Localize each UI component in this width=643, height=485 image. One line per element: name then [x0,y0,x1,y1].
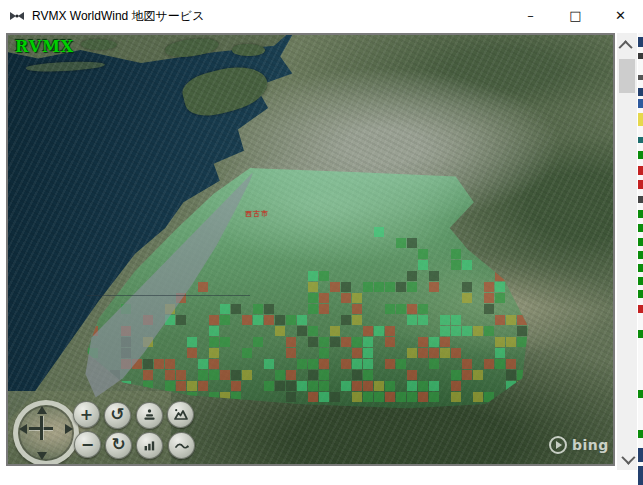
exaggeration-up-button[interactable] [167,401,194,428]
hazard-tile [352,359,362,369]
bing-logo-text: bing [572,437,609,453]
hazard-tile [264,359,274,369]
hazard-tile [176,370,186,380]
app-icon [9,8,25,24]
tilt-down-button[interactable] [136,432,163,459]
hazard-tile [385,326,395,336]
hazard-tile [517,337,527,347]
hazard-tile [495,293,505,303]
hazard-tile [506,359,516,369]
vertical-scrollbar[interactable] [617,33,637,470]
exaggeration-down-button[interactable] [168,432,195,459]
hazard-tile [429,271,439,281]
hazard-tile [506,337,516,347]
hazard-tile [407,304,417,314]
clipped-text-fragment [638,290,643,298]
pan-down-arrow-icon[interactable] [37,452,47,460]
clipped-text-fragment [638,390,643,398]
hazard-tile [429,337,439,347]
hazard-tile [330,337,340,347]
hazard-tile [319,370,329,380]
hazard-tile [198,359,208,369]
clipped-side-panel-content [638,33,643,485]
zoom-out-button[interactable]: − [74,431,101,458]
pan-up-arrow-icon[interactable] [37,406,47,414]
hazard-tile [385,337,395,347]
clipped-text-fragment [638,113,643,126]
scroll-up-button[interactable] [617,37,637,55]
hazard-tile [275,315,285,325]
pan-compass-control[interactable] [13,400,79,466]
hazard-tile [319,348,329,358]
hazard-tile [418,348,428,358]
hazard-tile [363,326,373,336]
hazard-tile [473,392,483,402]
view-control-toolbar: + ↺ − ↻ [73,401,203,461]
clipped-text-fragment [638,210,643,218]
pan-right-arrow-icon[interactable] [65,424,73,434]
hazard-tile [407,370,417,380]
hazard-tile [451,260,461,270]
hazard-tile [143,359,153,369]
hazard-tile [451,326,461,336]
hazard-tile [473,326,483,336]
hazard-tile [462,282,472,292]
hazard-tile [429,348,439,358]
hazard-tile [506,315,516,325]
hazard-tile [418,337,428,347]
hazard-tile [352,392,362,402]
hazard-tile [396,304,406,314]
scrollbar-thumb[interactable] [619,59,635,93]
hazard-tile [165,381,175,391]
clipped-text-fragment [638,277,643,285]
hazard-tile [308,370,318,380]
hazard-tile [429,392,439,402]
clipped-text-fragment [638,466,643,485]
hazard-tile [517,326,527,336]
hazard-tile [484,304,494,314]
hazard-tile [209,326,219,336]
hazard-tile [396,392,406,402]
rotate-ccw-button[interactable]: ↺ [104,402,131,429]
hazard-tile [407,238,417,248]
pan-left-arrow-icon[interactable] [19,424,27,434]
hazard-tile [275,381,285,391]
clipped-text-fragment [638,166,643,175]
clipped-text-fragment [638,196,643,203]
scroll-down-button[interactable] [617,450,637,468]
hazard-tile [440,315,450,325]
hazard-tile [231,304,241,314]
place-label: 西古市 [245,211,269,218]
hazard-tile [385,304,395,314]
hazard-tile [209,315,219,325]
close-button[interactable]: ✕ [598,0,643,32]
hazard-tile [418,392,428,402]
hazard-tile [451,315,461,325]
hazard-tile [385,392,395,402]
hazard-tile [319,359,329,369]
hazard-tile [363,381,373,391]
clipped-text-fragment [638,305,643,313]
clipped-text-fragment [638,37,643,47]
clipped-text-fragment [638,238,643,246]
hazard-tile [242,315,252,325]
hazard-tile [451,348,461,358]
hazard-tile [352,348,362,358]
rotate-cw-button[interactable]: ↻ [105,432,132,459]
rvmx-watermark-label: RVMX [15,37,74,56]
hazard-tile [407,315,417,325]
hazard-tile [396,282,406,292]
hazard-tile [297,381,307,391]
chevron-up-icon [619,40,633,54]
minimize-button[interactable]: – [508,0,553,32]
zoom-in-button[interactable]: + [73,401,100,428]
hazard-tile [363,348,373,358]
worldwind-map-view[interactable]: 西古市 RVMX bing + ↺ − ↻ [6,33,615,466]
chevron-down-icon [621,451,635,465]
hazard-tile [242,370,252,380]
hazard-tile [165,359,175,369]
hazard-tile [451,370,461,380]
tilt-up-button[interactable] [136,402,163,429]
hazard-tile [374,282,384,292]
maximize-button[interactable]: □ [553,0,598,32]
